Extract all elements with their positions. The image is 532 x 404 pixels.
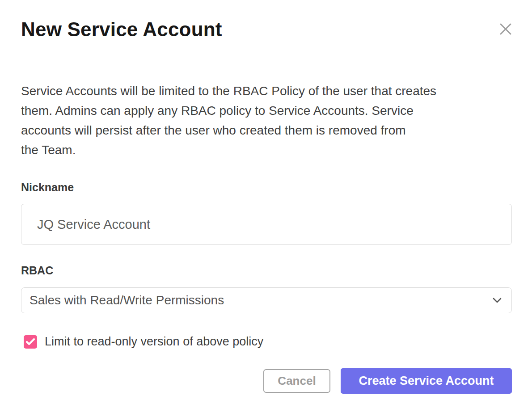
check-icon [26, 338, 35, 345]
modal-title: New Service Account [21, 17, 512, 42]
rbac-select[interactable]: Sales with Read/Write Permissions [21, 287, 512, 313]
description-line: accounts will persist after the user who… [21, 121, 512, 140]
chevron-down-icon [493, 298, 502, 303]
description-line: Service Accounts will be limited to the … [21, 81, 512, 101]
create-service-account-button[interactable]: Create Service Account [341, 368, 512, 394]
nickname-label: Nickname [21, 181, 512, 194]
modal-footer: Cancel Create Service Account [21, 368, 512, 394]
cancel-button[interactable]: Cancel [263, 369, 330, 393]
description-line: the Team. [21, 140, 512, 160]
close-button[interactable] [498, 21, 513, 37]
nickname-input[interactable] [21, 204, 512, 245]
new-service-account-modal: New Service Account Service Accounts wil… [0, 0, 532, 404]
rbac-label: RBAC [21, 264, 512, 277]
description-line: them. Admins can apply any RBAC policy t… [21, 101, 512, 121]
rbac-selected-value: Sales with Read/Write Permissions [30, 293, 224, 307]
close-icon [499, 22, 512, 36]
read-only-checkbox[interactable] [24, 335, 37, 349]
read-only-checkbox-label[interactable]: Limit to read-only version of above poli… [45, 335, 263, 349]
modal-description: Service Accounts will be limited to the … [21, 81, 512, 160]
read-only-checkbox-row: Limit to read-only version of above poli… [24, 335, 512, 349]
